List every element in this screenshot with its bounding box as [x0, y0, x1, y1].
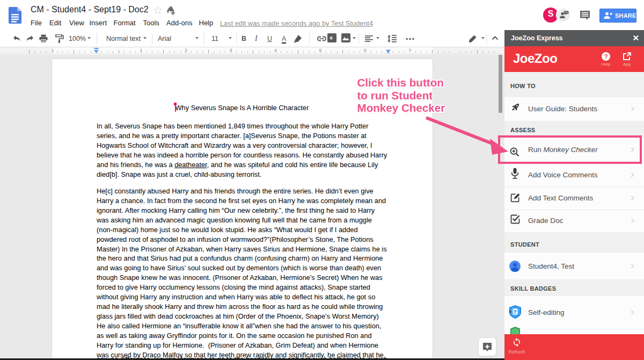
svg-text:?: ?	[604, 53, 608, 60]
